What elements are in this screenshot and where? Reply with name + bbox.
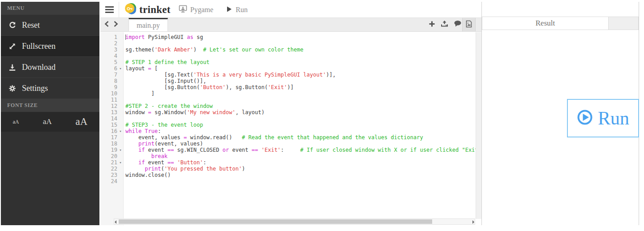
line-number[interactable]: 9	[100, 84, 124, 90]
code-line[interactable]: event, values = window.read() # Read the…	[125, 134, 476, 141]
sidebar-item-settings[interactable]: Settings	[1, 78, 99, 99]
code-line[interactable]: layout = [	[125, 65, 476, 72]
code-line[interactable]: [sg.Button('Button'), sg.Button('Exit')]	[125, 84, 476, 90]
menu-header: MENU	[1, 2, 99, 15]
code-line[interactable]	[125, 116, 476, 122]
tab-main-py[interactable]: main.py	[129, 18, 168, 31]
code-line[interactable]	[125, 53, 476, 59]
fold-spacer	[117, 59, 124, 65]
fold-arrow-icon[interactable]: ▾	[117, 147, 124, 153]
line-number[interactable]: 17	[100, 134, 124, 141]
upload-icon[interactable]	[441, 20, 448, 29]
font-size-medium-button[interactable]: aA	[43, 117, 52, 126]
code-line[interactable]	[125, 40, 476, 47]
font-size-controls: aA aA aA	[1, 112, 99, 132]
code-line[interactable]: #STEP 2 - create the window	[125, 103, 476, 109]
code-editor[interactable]: 123456▾78910111213141516▾171819▾2021▾222…	[100, 32, 481, 225]
horizontal-scrollbar-thumb[interactable]	[119, 219, 432, 224]
next-file-icon[interactable]	[113, 21, 118, 29]
code-line[interactable]: print(event, values)	[125, 141, 476, 147]
line-number[interactable]: 14	[100, 116, 124, 122]
line-number[interactable]: 5	[100, 59, 124, 65]
run-menu-button[interactable]: Run	[227, 6, 248, 14]
line-number[interactable]: 18	[100, 141, 124, 147]
code-line[interactable]: [sg.Text('This is a very basic PySimpleG…	[125, 72, 476, 78]
scroll-right-icon[interactable]	[472, 220, 474, 224]
line-number[interactable]: 6▾	[100, 65, 124, 72]
editor-toolbar	[429, 18, 462, 31]
line-number[interactable]: 3	[100, 47, 124, 53]
run-button-label: Run	[598, 107, 629, 129]
code-line[interactable]: if event == 'Button':	[125, 159, 476, 166]
play-icon	[227, 6, 232, 14]
sidebar-item-label: Reset	[22, 21, 40, 30]
code-line[interactable]	[125, 178, 476, 184]
code-line[interactable]: window = sg.Window('My new window', layo…	[125, 109, 476, 116]
fold-arrow-icon[interactable]: ▾	[117, 159, 124, 166]
top-bar: trinket Pygame Run	[100, 2, 481, 18]
line-number[interactable]: 22	[100, 166, 124, 172]
sidebar-item-download[interactable]: Download	[1, 57, 99, 78]
font-size-small-button[interactable]: aA	[13, 119, 19, 125]
fold-arrow-icon[interactable]: ▾	[117, 128, 124, 134]
line-number[interactable]: 13	[100, 109, 124, 116]
font-size-large-button[interactable]: aA	[76, 116, 88, 128]
fold-arrow-icon[interactable]: ▾	[117, 65, 124, 72]
code-line[interactable]	[125, 97, 476, 103]
code-line[interactable]: import PySimpleGUI as sg	[125, 34, 476, 40]
line-number[interactable]: 21▾	[100, 159, 124, 166]
horizontal-scrollbar[interactable]	[114, 218, 475, 225]
add-file-icon[interactable]	[429, 21, 435, 29]
line-number[interactable]: 8	[100, 78, 124, 84]
fold-spacer	[117, 141, 124, 147]
instructions-tab[interactable]	[609, 17, 639, 30]
trinket-logo[interactable]: trinket	[125, 3, 171, 17]
scroll-left-icon[interactable]	[115, 220, 116, 224]
menu-icon[interactable]	[100, 2, 119, 17]
fold-spacer	[117, 116, 124, 122]
line-number[interactable]: 20	[100, 153, 124, 159]
sidebar-item-fullscreen[interactable]: Fullscreen	[1, 36, 99, 57]
fold-spacer	[117, 84, 124, 90]
line-number[interactable]: 24	[100, 178, 124, 184]
result-tab[interactable]: Result	[482, 17, 609, 30]
result-header: Result	[482, 17, 639, 30]
line-number[interactable]: 2	[100, 40, 124, 47]
prev-file-icon[interactable]	[104, 21, 109, 29]
line-number[interactable]: 12	[100, 103, 124, 109]
fold-spacer	[117, 103, 124, 109]
code-line[interactable]: [sg.Input()],	[125, 78, 476, 84]
code-line[interactable]: # STEP 1 define the layout	[125, 59, 476, 65]
code-lines[interactable]: import PySimpleGUI as sgsg.theme('Dark A…	[125, 34, 476, 184]
site-type[interactable]: Pygame	[179, 5, 214, 15]
line-number[interactable]: 19▾	[100, 147, 124, 153]
code-line[interactable]: break	[125, 153, 476, 159]
fullscreen-icon	[9, 43, 16, 50]
line-number[interactable]: 7	[100, 72, 124, 78]
reset-icon	[9, 21, 16, 29]
line-number[interactable]: 23	[100, 172, 124, 178]
fold-spacer	[117, 109, 124, 116]
run-button[interactable]: Run	[567, 99, 639, 137]
sidebar-item-reset[interactable]: Reset	[1, 15, 99, 36]
line-number[interactable]: 1	[100, 34, 124, 40]
line-number[interactable]: 15	[100, 122, 124, 128]
code-line[interactable]: window.close()	[125, 172, 476, 178]
code-line[interactable]: # STEP3 - the event loop	[125, 122, 476, 128]
image-library-button[interactable]	[462, 18, 476, 31]
line-number[interactable]: 11	[100, 97, 124, 103]
vertical-scrollbar[interactable]	[476, 32, 481, 219]
fold-spacer	[117, 47, 124, 53]
code-line[interactable]: if event == sg.WIN_CLOSED or event == 'E…	[125, 147, 476, 153]
code-line[interactable]: sg.theme('Dark Amber') # Let's set our o…	[125, 47, 476, 53]
comment-icon[interactable]	[454, 20, 462, 29]
code-line[interactable]: print('You pressed the button')	[125, 166, 476, 172]
line-number[interactable]: 4	[100, 53, 124, 59]
line-number[interactable]: 16▾	[100, 128, 124, 134]
code-line[interactable]: ]	[125, 90, 476, 97]
code-line[interactable]: while True:	[125, 128, 476, 134]
line-number[interactable]: 10	[100, 90, 124, 97]
trinket-logo-icon	[125, 3, 137, 17]
sidebar-item-label: Download	[22, 63, 56, 72]
image-icon	[465, 20, 472, 30]
